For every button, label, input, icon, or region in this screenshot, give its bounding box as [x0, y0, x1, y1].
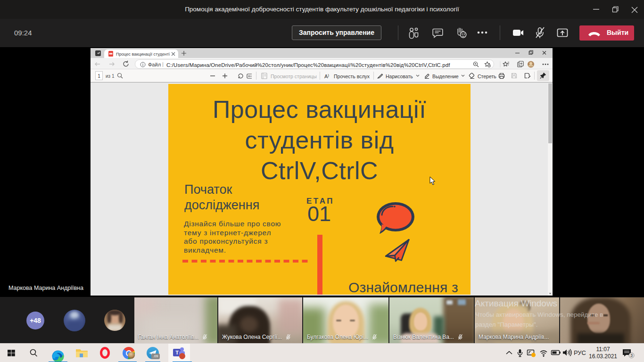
svg-text:3: 3 — [630, 353, 633, 358]
